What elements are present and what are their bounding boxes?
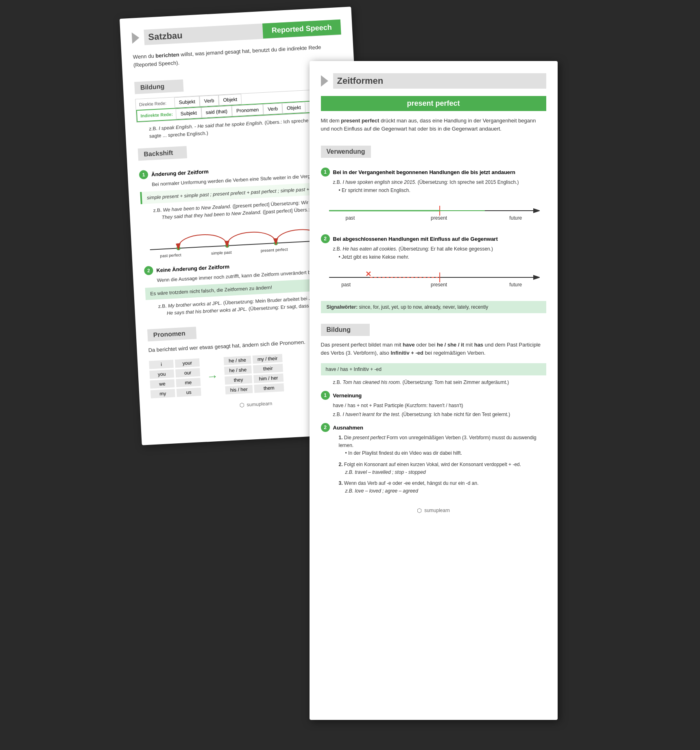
pronomen-our: our <box>175 368 200 377</box>
svg-text:present: present <box>430 282 447 288</box>
verwendung-item-1-text: Bei in der Vergangenheit begonnenen Hand… <box>333 169 516 175</box>
pronomen-him-her: him / her <box>253 373 283 383</box>
pronomen-he-she-1: he / she <box>223 355 251 365</box>
pronomen-col-3: he / she he / she they his / her <box>223 355 252 394</box>
pronomen-they: they <box>225 375 252 384</box>
signal-words: since, for, just, yet, up to now, alread… <box>359 304 488 310</box>
front-bildung-header: Bildung <box>321 324 370 336</box>
verwendung-item-1-bullet: Er spricht immer noch Englisch. <box>339 188 546 193</box>
ausnahmen-title-text: Ausnahmen <box>333 425 363 431</box>
green-box-text: simple present + simple past ; present p… <box>146 185 336 201</box>
direkte-subjekt: Subjekt <box>174 96 200 108</box>
verwendung-item-1-title: 1 Bei in der Vergangenheit begonnenen Ha… <box>321 168 546 177</box>
front-num-1: 1 <box>321 168 330 177</box>
pronomen-them: them <box>254 383 284 393</box>
verwendung-item-2-title: 2 Bei abgeschlossenen Handlungen mit Ein… <box>321 234 546 243</box>
pronomen-header: Pronomen <box>147 327 196 341</box>
ausnahmen-item-2: 2. Folgt ein Konsonant auf einen kurzen … <box>339 461 546 476</box>
verwendung-header: Verwendung <box>321 146 371 158</box>
svg-text:past: past <box>341 282 351 288</box>
direkte-objekt: Objekt <box>218 94 242 106</box>
indirekte-pronomen: Pronomen <box>231 104 264 116</box>
pronomen-col-4: my / their their him / her them <box>252 354 284 393</box>
pronomen-my-their: my / their <box>252 354 282 364</box>
verwendung-item-1-example: z.B. I have spoken english since 2015. (… <box>333 179 546 186</box>
card-back-header: Satzbau Reported Speech <box>131 20 341 46</box>
svg-text:past: past <box>345 215 355 221</box>
zeitform-title-text: Änderung der Zeitform <box>151 168 208 177</box>
front-footer-brand: sumuplearn <box>424 508 450 513</box>
front-num-3: 1 <box>321 391 330 400</box>
svg-text:✕: ✕ <box>365 270 371 278</box>
svg-text:simple past: simple past <box>211 250 231 256</box>
front-num-2: 2 <box>321 234 330 243</box>
svg-text:future: future <box>509 282 522 288</box>
pronomen-col-2: your our me us <box>174 358 201 397</box>
ausnahmen-sub-1: In der Playlist findest du ein Video was… <box>345 449 546 457</box>
verneinung-title: 1 Verneinung <box>321 391 546 400</box>
pronomen-me: me <box>176 377 201 387</box>
verwendung-item-2: 2 Bei abgeschlossenen Handlungen mit Ein… <box>321 234 546 296</box>
ausnahmen-item-3: 3. Wenn das Verb auf -e oder -ee endet, … <box>339 480 546 495</box>
svg-text:future: future <box>509 215 522 221</box>
pronomen-he-she-2: he / she <box>224 365 252 375</box>
indirekte-subjekt: Subjekt <box>176 107 201 119</box>
pronomen-my: my <box>150 389 175 398</box>
signal-box: Signalwörter: since, for, just, yet, up … <box>321 301 546 313</box>
front-num-4: 2 <box>321 423 330 432</box>
indirekte-label: Indirekte Rede: <box>137 109 176 120</box>
indirekte-objekt: Objekt <box>282 102 305 114</box>
verwendung-item-2-text: Bei abgeschlossenen Handlungen mit Einfl… <box>333 236 498 242</box>
sumuplearn-icon: ⬡ <box>239 401 244 408</box>
direkte-verb: Verb <box>199 95 219 107</box>
front-badge: present perfect <box>321 96 546 111</box>
timeline-1-svg: past present future <box>321 196 546 225</box>
verneinung-item: 1 Verneinung have / has + not + Past Par… <box>321 391 546 418</box>
verwendung-item-2-bullet: Jetzt gibt es keine Kekse mehr. <box>339 254 546 260</box>
pronomen-col-1: i you we my <box>149 360 175 398</box>
pronomen-left-cols: i you we my your our me us <box>149 358 201 398</box>
svg-text:past perfect: past perfect <box>160 253 181 258</box>
card-front-title: Zeitformen <box>333 73 546 89</box>
timeline-2-svg: ✕ past present future <box>321 263 546 292</box>
pronomen-right-cols: he / she he / she they his / her my / th… <box>223 354 284 394</box>
verwendung-item-2-example: z.B. He has eaten all cookies. (Übersetz… <box>333 245 546 253</box>
pronomen-you: you <box>149 369 174 379</box>
front-intro: Mit dem present perfect drückt man aus, … <box>321 117 546 133</box>
pronomen-us: us <box>176 387 201 397</box>
keine-aenderung-title-text: Keine Änderung der Zeitform <box>156 263 229 273</box>
pronomen-i: i <box>149 360 174 369</box>
num-1: 1 <box>139 170 148 179</box>
front-header-arrow-icon <box>321 75 328 87</box>
verneinung-example: z.B. I haven't learnt for the test. (Übe… <box>333 411 546 418</box>
verneinung-body: have / has + not + Past Particple (Kurzf… <box>333 402 546 409</box>
card-front-footer: ⬡ sumuplearn <box>321 507 546 514</box>
card-front: Zeitformen present perfect Mit dem prese… <box>310 61 558 720</box>
header-arrow-icon <box>131 32 139 44</box>
footer-brand: sumuplearn <box>246 400 272 407</box>
front-bildung-intro: Das present perfect bildet man mit have … <box>321 341 546 357</box>
ausnahmen-item-1: 1. Die present perfect Form von unregelm… <box>339 434 546 458</box>
front-sumuplearn-icon: ⬡ <box>417 507 422 514</box>
card-front-header: Zeitformen <box>321 73 546 89</box>
verwendung-item-1: 1 Bei in der Vergangenheit begonnenen Ha… <box>321 168 546 229</box>
pronomen-their: their <box>253 364 283 373</box>
svg-text:present perfect: present perfect <box>260 247 288 253</box>
bildung-section-header: Bildung <box>134 79 183 94</box>
bildung-formula: have / has + Infinitiv + -ed <box>321 363 546 375</box>
pronomen-we: we <box>150 379 174 388</box>
pronomen-your: your <box>174 358 199 368</box>
indirekte-verb: Verb <box>263 103 282 115</box>
pronomen-his-her: his / her <box>225 385 253 394</box>
verneinung-title-text: Verneinung <box>333 392 362 399</box>
svg-text:present: present <box>430 215 447 221</box>
ausnahmen-list: 1. Die present perfect Form von unregelm… <box>339 434 546 495</box>
card-back-badge: Reported Speech <box>262 20 341 39</box>
indirekte-said-that: said (that) <box>201 106 232 118</box>
signal-label: Signalwörter: <box>327 304 358 310</box>
ausnahmen-title: 2 Ausnahmen <box>321 423 546 432</box>
pronomen-arrow-icon: → <box>206 369 218 383</box>
ausnahmen-item: 2 Ausnahmen 1. Die present perfect Form … <box>321 423 546 495</box>
bildung-formula-example: z.B. Tom has cleaned his room. (Übersetz… <box>333 379 546 386</box>
backshift-header: Backshift <box>137 146 187 161</box>
